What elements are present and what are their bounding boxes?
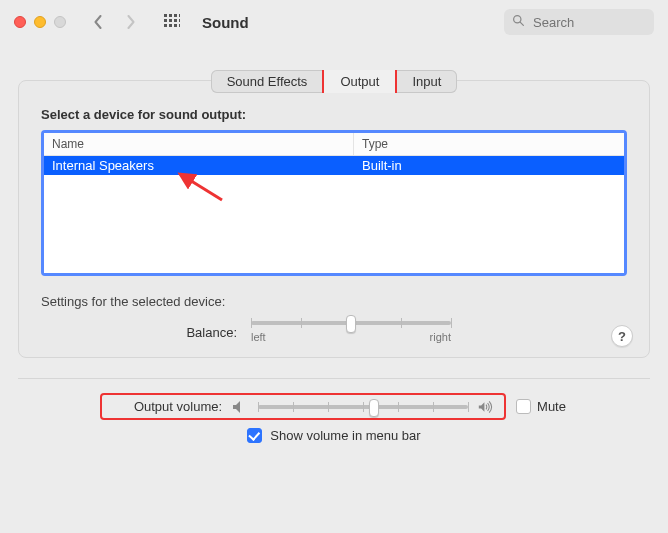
device-list-highlight: Name Type Internal Speakers Built-in xyxy=(41,130,627,276)
selected-device-settings-heading: Settings for the selected device: xyxy=(41,294,627,309)
output-volume-row: Output volume: xyxy=(102,395,504,418)
balance-label: Balance: xyxy=(41,325,251,340)
svg-rect-10 xyxy=(174,24,177,27)
show-all-prefs-button[interactable] xyxy=(158,10,186,34)
device-type: Built-in xyxy=(354,156,624,175)
device-list[interactable]: Name Type Internal Speakers Built-in xyxy=(44,133,624,273)
column-header-name[interactable]: Name xyxy=(44,133,354,155)
mute-label: Mute xyxy=(537,399,566,414)
close-window-button[interactable] xyxy=(14,16,26,28)
search-icon xyxy=(512,14,525,30)
titlebar: Sound xyxy=(0,0,668,44)
tab-output[interactable]: Output xyxy=(324,70,396,93)
svg-line-14 xyxy=(180,174,222,200)
balance-slider[interactable]: left right xyxy=(251,321,451,343)
output-volume-slider[interactable] xyxy=(258,405,468,409)
nav-group xyxy=(84,10,144,34)
device-list-header: Name Type xyxy=(44,133,624,156)
svg-rect-11 xyxy=(179,24,180,27)
svg-rect-0 xyxy=(164,14,167,17)
svg-rect-9 xyxy=(169,24,172,27)
mute-checkbox[interactable] xyxy=(516,399,531,414)
tab-input[interactable]: Input xyxy=(396,70,457,93)
traffic-lights xyxy=(14,16,66,28)
tabs: Sound Effects Output Input xyxy=(211,70,458,93)
show-volume-menubar-label: Show volume in menu bar xyxy=(270,428,420,443)
search-field[interactable] xyxy=(504,9,654,35)
zoom-window-button[interactable] xyxy=(54,16,66,28)
svg-rect-6 xyxy=(174,19,177,22)
divider xyxy=(18,378,650,379)
svg-rect-8 xyxy=(164,24,167,27)
svg-rect-4 xyxy=(164,19,167,22)
annotation-arrow xyxy=(174,172,224,202)
mute-checkbox-wrap[interactable]: Mute xyxy=(516,399,566,414)
window-title: Sound xyxy=(202,14,249,31)
volume-high-icon xyxy=(478,400,494,414)
minimize-window-button[interactable] xyxy=(34,16,46,28)
balance-row: Balance: left right xyxy=(41,321,627,343)
show-volume-menubar-row[interactable]: Show volume in menu bar xyxy=(247,428,420,443)
help-button[interactable]: ? xyxy=(611,325,633,347)
svg-rect-1 xyxy=(169,14,172,17)
output-panel: Select a device for sound output: Name T… xyxy=(18,80,650,358)
balance-right-label: right xyxy=(430,331,451,343)
svg-rect-3 xyxy=(179,14,180,17)
svg-rect-5 xyxy=(169,19,172,22)
output-volume-slider-thumb[interactable] xyxy=(369,399,379,417)
volume-low-icon xyxy=(232,400,248,414)
column-header-type[interactable]: Type xyxy=(354,133,624,155)
show-volume-menubar-checkbox[interactable] xyxy=(247,428,262,443)
output-volume-label: Output volume: xyxy=(112,399,222,414)
tab-sound-effects[interactable]: Sound Effects xyxy=(211,70,325,93)
device-select-heading: Select a device for sound output: xyxy=(41,107,627,122)
svg-line-13 xyxy=(520,22,523,25)
forward-button[interactable] xyxy=(116,10,144,34)
back-button[interactable] xyxy=(84,10,112,34)
tabs-row: Sound Effects Output Input xyxy=(0,70,668,93)
svg-rect-2 xyxy=(174,14,177,17)
balance-left-label: left xyxy=(251,331,266,343)
volume-row-outer: Output volume: Mute xyxy=(102,395,566,418)
device-name: Internal Speakers xyxy=(44,156,354,175)
footer: Output volume: Mute Show volume i xyxy=(0,395,668,443)
device-row[interactable]: Internal Speakers Built-in xyxy=(44,156,624,175)
balance-slider-thumb[interactable] xyxy=(346,315,356,333)
search-input[interactable] xyxy=(531,14,646,31)
svg-rect-7 xyxy=(179,19,180,22)
